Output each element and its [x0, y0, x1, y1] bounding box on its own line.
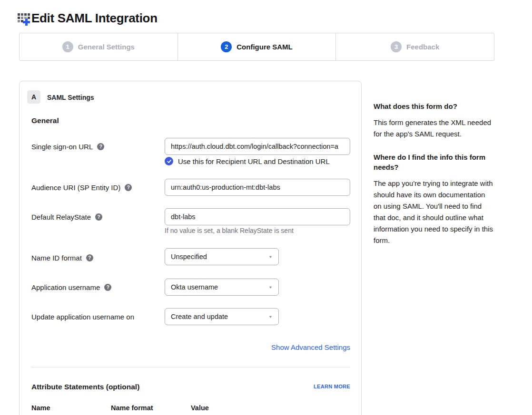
sso-url-input[interactable] [165, 138, 350, 155]
help-icon[interactable]: ? [125, 184, 132, 191]
checkbox-checked-icon[interactable] [165, 157, 173, 165]
edit-saml-integration-page: Edit SAML Integration 1 General Settings… [0, 0, 532, 415]
step-number-badge: 1 [62, 41, 73, 52]
chevron-down-icon: ▼ [268, 255, 273, 259]
help-icon[interactable]: ? [97, 143, 104, 150]
application-username-select[interactable]: Okta username ▼ [165, 279, 279, 296]
help-question-2: Where do I find the info this form needs… [374, 152, 494, 172]
page-title: Edit SAML Integration [31, 11, 158, 26]
attribute-statements-heading: Attribute Statements (optional) [31, 383, 139, 391]
general-section-heading: General [31, 116, 59, 125]
wizard-steps: 1 General Settings 2 Configure SAML 3 Fe… [19, 33, 494, 61]
update-application-username-value: Create and update [171, 313, 228, 320]
section-divider [31, 367, 350, 367]
saml-settings-panel: A SAML Settings General Single sign-on U… [19, 81, 362, 415]
column-header-value: Value [191, 404, 209, 412]
audience-uri-input[interactable] [165, 179, 350, 196]
audience-uri-label: Audience URI (SP Entity ID) ? [31, 183, 132, 192]
column-header-name-format: Name format [111, 404, 153, 412]
grid-plus-icon [17, 12, 30, 26]
relay-state-label-text: Default RelayState [31, 213, 91, 221]
learn-more-link[interactable]: LEARN MORE [314, 384, 350, 389]
update-application-username-label-text: Update application username on [31, 313, 134, 321]
recipient-url-checkbox-label: Use this for Recipient URL and Destinati… [178, 157, 330, 165]
step-label: General Settings [78, 43, 135, 51]
step-number-badge: 2 [221, 41, 232, 52]
help-answer-2: The app you're trying to integrate with … [374, 178, 494, 246]
name-id-format-select[interactable]: Unspecified ▼ [165, 248, 279, 265]
step-label: Configure SAML [236, 43, 293, 51]
application-username-label-text: Application username [31, 283, 100, 291]
column-header-name: Name [31, 404, 50, 412]
help-icon[interactable]: ? [104, 284, 111, 291]
name-id-format-label-text: Name ID format [31, 254, 82, 262]
section-a-badge: A [27, 90, 40, 104]
step-label: Feedback [406, 43, 439, 51]
name-id-format-value: Unspecified [171, 253, 207, 261]
wizard-step-general-settings[interactable]: 1 General Settings [20, 33, 177, 60]
name-id-format-label: Name ID format ? [31, 254, 93, 262]
relay-state-label: Default RelayState ? [31, 213, 102, 221]
help-icon[interactable]: ? [95, 213, 102, 221]
panel-title: SAML Settings [47, 94, 94, 101]
chevron-down-icon: ▼ [268, 285, 273, 290]
application-username-label: Application username ? [31, 283, 111, 291]
audience-uri-label-text: Audience URI (SP Entity ID) [31, 183, 120, 192]
application-username-value: Okta username [171, 283, 218, 291]
chevron-down-icon: ▼ [268, 315, 273, 319]
sso-url-label-text: Single sign-on URL [31, 143, 93, 151]
update-application-username-select[interactable]: Create and update ▼ [165, 308, 279, 325]
show-advanced-settings-link[interactable]: Show Advanced Settings [271, 343, 350, 351]
wizard-step-configure-saml[interactable]: 2 Configure SAML [177, 33, 336, 60]
help-answer-1: This form generates the XML needed for t… [374, 117, 494, 140]
help-question-1: What does this form do? [374, 101, 494, 111]
help-sidebar: What does this form do? This form genera… [374, 101, 494, 259]
update-application-username-label: Update application username on [31, 313, 134, 321]
relay-state-hint: If no value is set, a blank RelayState i… [165, 227, 294, 234]
wizard-step-feedback[interactable]: 3 Feedback [335, 33, 494, 60]
step-number-badge: 3 [391, 41, 402, 52]
page-header: Edit SAML Integration [17, 10, 158, 26]
sso-url-label: Single sign-on URL ? [31, 143, 104, 151]
recipient-url-checkbox-row[interactable]: Use this for Recipient URL and Destinati… [165, 157, 330, 165]
help-icon[interactable]: ? [86, 254, 93, 261]
relay-state-input[interactable] [165, 208, 350, 225]
